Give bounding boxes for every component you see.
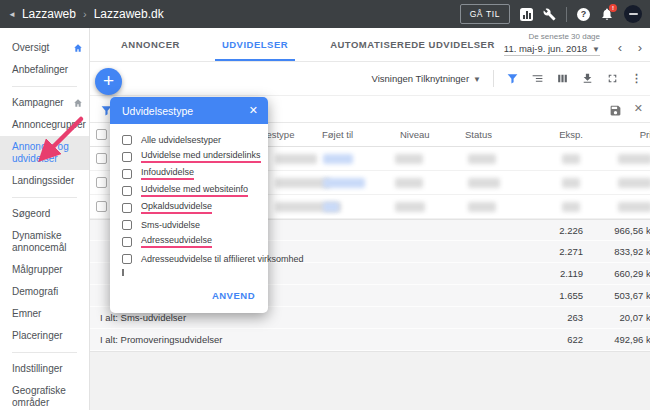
column-header-eksp[interactable]: Eksp. — [559, 123, 583, 147]
column-header-niveau[interactable]: Niveau — [400, 123, 430, 147]
save-filter-icon[interactable] — [609, 103, 622, 121]
filter-option-label: Adresseudvidelse — [141, 235, 212, 248]
column-header-pris[interactable]: Pris — [640, 123, 650, 147]
add-extension-fab[interactable]: + — [95, 68, 122, 95]
sidebar-item-label: Geografiske områder — [12, 385, 83, 409]
summary-row-pris: 660,29 kr. — [614, 263, 650, 284]
checkbox[interactable] — [122, 203, 132, 213]
sidebar-item-label: Emner — [12, 308, 41, 320]
sidebar-item-landingssider[interactable]: Landingssider — [0, 170, 89, 192]
sidebar-divider — [12, 352, 77, 353]
notifications-bell-icon[interactable]: ! — [600, 7, 614, 21]
tab-annoncer[interactable]: ANNONCER — [100, 28, 201, 61]
close-icon[interactable]: ✕ — [249, 104, 258, 117]
tab-label: UDVIDELSER — [222, 39, 288, 50]
filter-option-alle-udvidelsestyper[interactable]: Alle udvidelsestyper — [110, 131, 268, 148]
checkbox[interactable] — [122, 254, 132, 264]
table-footer-area — [90, 351, 650, 410]
date-prev-icon[interactable]: ‹ — [618, 40, 622, 55]
expand-icon[interactable] — [606, 72, 619, 85]
tab-udvidelser[interactable]: UDVIDELSER — [201, 28, 309, 61]
sidebar-item-placeringer[interactable]: Placeringer — [0, 325, 89, 347]
notification-badge: ! — [609, 4, 617, 12]
redacted-cell — [323, 154, 353, 164]
summary-row-eksp: 2.119 — [560, 263, 583, 284]
close-filter-icon[interactable]: ✕ — [634, 102, 643, 115]
filter-dialog: Udvidelsestype ✕ Alle udvidelsestyperUdv… — [110, 97, 268, 313]
redacted-cell — [562, 202, 580, 212]
summary-row-eksp: 622 — [567, 329, 583, 350]
sidebar-item-oversigt[interactable]: Oversigt — [0, 37, 89, 59]
filter-option-label: Infoudvidelse — [141, 167, 194, 180]
sidebar-item-demografi[interactable]: Demografi — [0, 281, 89, 303]
segment-icon[interactable] — [531, 72, 544, 85]
filter-option-label: Adresseudvidelse til affilieret virksomh… — [141, 254, 303, 264]
checkbox[interactable] — [122, 169, 132, 179]
filter-option-sms-udvidelse[interactable]: Sms-udvidelse — [110, 216, 268, 233]
checkbox[interactable] — [122, 220, 132, 230]
row-checkbox[interactable] — [96, 201, 107, 212]
row-checkbox[interactable] — [96, 153, 107, 164]
checkbox[interactable] — [122, 237, 132, 247]
redacted-cell — [275, 154, 317, 164]
summary-row-eksp: 2.271 — [559, 241, 583, 262]
redacted-cell — [618, 154, 650, 164]
filter-dialog-title: Udvidelsestype — [122, 105, 249, 117]
column-header-fojet-til[interactable]: Føjet til — [322, 123, 353, 147]
summary-row-label: I alt: Promoveringsudvidelser — [100, 329, 223, 350]
filter-option-adresseudvidelse[interactable]: Adresseudvidelse — [110, 233, 268, 250]
sidebar-item-målgrupper[interactable]: Målgrupper — [0, 259, 89, 281]
sidebar-item-emner[interactable]: Emner — [0, 303, 89, 325]
user-avatar[interactable] — [624, 5, 642, 23]
filter-icon[interactable] — [506, 72, 519, 85]
view-selector[interactable]: Visningen Tilknytninger▼ — [372, 73, 481, 84]
filter-options: Alle udvidelsestyperUdvidelse med unders… — [110, 124, 268, 267]
sidebar-item-label: Oversigt — [12, 42, 49, 54]
summary-row-eksp: 263 — [567, 307, 583, 328]
summary-row-pris: 833,92 kr. — [614, 241, 650, 262]
filter-option-udvidelse-med-websiteinfo[interactable]: Udvidelse med websiteinfo — [110, 182, 268, 199]
breadcrumb-account[interactable]: Lazzaweb — [22, 7, 76, 21]
sidebar-item-geografiske-områder[interactable]: Geografiske områder — [0, 380, 89, 410]
sidebar-item-indstillinger[interactable]: Indstillinger — [0, 358, 89, 380]
date-range-picker[interactable]: De seneste 30 dage 11. maj-9. jun. 2018▼ — [504, 32, 600, 56]
help-icon[interactable]: ? — [577, 8, 590, 21]
home-icon — [73, 98, 83, 108]
go-to-button[interactable]: GÅ TIL — [460, 4, 510, 24]
select-all-checkbox[interactable] — [96, 129, 107, 140]
filter-option-adresseudvidelse-til-affilieret-virksomhed[interactable]: Adresseudvidelse til affilieret virksomh… — [110, 250, 268, 267]
date-next-icon[interactable]: › — [638, 40, 642, 55]
more-options-icon[interactable]: ⋮ — [631, 72, 642, 85]
redacted-cell — [562, 178, 580, 188]
sidebar-item-annoncegrupper[interactable]: Annoncegrupper — [0, 114, 89, 136]
redacted-cell — [395, 202, 425, 212]
breadcrumb-campaign[interactable]: Lazzaweb.dk — [94, 7, 164, 21]
tools-wrench-icon[interactable] — [543, 8, 556, 21]
sidebar-item-kampagner[interactable]: Kampagner — [0, 92, 89, 114]
sidebar-item-label: Målgrupper — [12, 264, 63, 276]
filter-option-opkaldsudvidelse[interactable]: Opkaldsudvidelse — [110, 199, 268, 216]
column-header-status[interactable]: Status — [465, 123, 492, 147]
checkbox[interactable] — [122, 186, 132, 196]
apply-button[interactable]: ANVEND — [212, 290, 255, 301]
row-checkbox[interactable] — [96, 177, 107, 188]
chevron-down-icon: ▼ — [592, 45, 600, 54]
sidebar-item-dynamiske-annoncemål[interactable]: Dynamiske annoncemål — [0, 225, 89, 259]
sidebar-item-anbefalinger[interactable]: Anbefalinger — [0, 59, 89, 81]
checkbox[interactable] — [122, 135, 132, 145]
checkbox[interactable] — [122, 269, 124, 276]
redacted-cell — [323, 202, 339, 212]
collapse-sidebar-icon[interactable]: ◄ — [8, 10, 16, 19]
columns-icon[interactable] — [556, 72, 569, 85]
sidebar-item-søgeord[interactable]: Søgeord — [0, 203, 89, 225]
redacted-cell — [562, 154, 580, 164]
tab-automatiserede-udvidelser[interactable]: AUTOMATISEREDE UDVIDELSER — [309, 28, 516, 61]
filter-option-udvidelse-med-undersidelinks[interactable]: Udvidelse med undersidelinks — [110, 148, 268, 165]
sidebar-item-label: Annoncer og udvidelser — [12, 141, 83, 165]
download-icon[interactable] — [581, 72, 594, 85]
reports-chart-icon[interactable] — [520, 8, 533, 21]
checkbox[interactable] — [122, 152, 132, 162]
filter-option-infoudvidelse[interactable]: Infoudvidelse — [110, 165, 268, 182]
sidebar-nav: OversigtAnbefalingerKampagnerAnnoncegrup… — [0, 28, 90, 410]
sidebar-item-annoncer-og-udvidelser[interactable]: Annoncer og udvidelser — [0, 136, 89, 170]
